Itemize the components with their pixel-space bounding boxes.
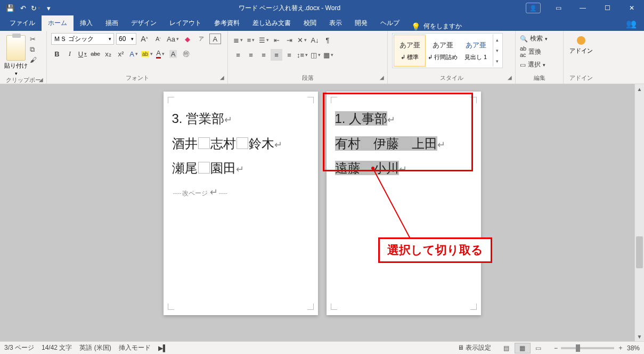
tab-help[interactable]: ヘルプ xyxy=(374,15,406,31)
tab-references[interactable]: 参考資料 xyxy=(208,15,246,31)
tell-me-search[interactable]: 💡 何をしますか xyxy=(411,22,462,31)
font-name-select[interactable]: ＭＳ ゴシック▾ xyxy=(51,33,114,45)
tab-design[interactable]: デザイン xyxy=(125,15,163,31)
underline-button[interactable]: U xyxy=(77,48,88,60)
paste-button[interactable]: 貼り付け ▾ xyxy=(4,33,28,76)
highlight-button[interactable]: ab xyxy=(141,48,153,60)
clipboard-launcher[interactable]: ◢ xyxy=(39,77,43,83)
distribute-button[interactable]: ≡ xyxy=(283,49,295,61)
account-icon[interactable]: 👤 xyxy=(526,3,541,13)
replace-button[interactable]: abac置換 xyxy=(520,45,548,58)
italic-button[interactable]: I xyxy=(64,48,76,60)
minimize-button[interactable]: ― xyxy=(570,0,595,16)
style-heading1[interactable]: あア亜 見出し 1 xyxy=(460,35,492,67)
save-icon[interactable]: 💾 xyxy=(5,3,15,13)
justify-button[interactable]: ≡ xyxy=(271,49,282,61)
enclose-char-button[interactable]: ㊕ xyxy=(180,48,192,60)
group-font: ＭＳ ゴシック▾ 60▾ A^ Aˇ Aa ◆ ア A B I U abc x₂… xyxy=(47,31,228,84)
tab-insert[interactable]: 挿入 xyxy=(74,15,99,31)
tab-home[interactable]: ホーム xyxy=(42,15,74,31)
superscript-button[interactable]: x² xyxy=(115,48,127,60)
sort-button[interactable]: A↓ xyxy=(309,34,321,46)
ribbon-options-icon[interactable]: ▭ xyxy=(546,0,570,16)
styles-more[interactable]: ▴▾▾ xyxy=(493,35,501,67)
decrease-indent-button[interactable]: ⇤ xyxy=(271,34,282,46)
print-layout-button[interactable]: ▦ xyxy=(515,343,531,353)
change-case-button[interactable]: Aa xyxy=(166,33,180,45)
show-marks-button[interactable]: ¶ xyxy=(322,34,333,46)
quick-access-toolbar: 💾 ↶ ↻ ▾ xyxy=(0,3,53,13)
zoom-slider[interactable] xyxy=(561,347,614,349)
align-right-button[interactable]: ≡ xyxy=(258,49,270,61)
display-settings[interactable]: 🖥 表示設定 xyxy=(458,343,491,352)
vertical-scrollbar[interactable]: ▲ ▼ xyxy=(634,84,644,341)
select-icon: ▭ xyxy=(520,61,526,69)
align-center-button[interactable]: ≡ xyxy=(245,49,257,61)
borders-button[interactable]: ▦ xyxy=(322,49,334,61)
select-button[interactable]: ▭選択▾ xyxy=(520,60,548,69)
grow-font-button[interactable]: A^ xyxy=(138,33,150,45)
copy-icon[interactable]: ⧉ xyxy=(30,45,37,54)
line-spacing-button[interactable]: ↕≡ xyxy=(296,49,308,61)
increase-indent-button[interactable]: ⇥ xyxy=(283,34,295,46)
language-indicator[interactable]: 英語 (米国) xyxy=(79,343,111,352)
close-button[interactable]: ✕ xyxy=(619,0,644,16)
subscript-button[interactable]: x₂ xyxy=(102,48,114,60)
align-left-button[interactable]: ≡ xyxy=(232,49,244,61)
read-mode-button[interactable]: ▤ xyxy=(499,343,515,353)
page-indicator[interactable]: 3/3 ページ xyxy=(4,343,34,352)
tab-draw[interactable]: 描画 xyxy=(99,15,125,31)
group-editing: 🔍検索▾ abac置換 ▭選択▾ 編集 xyxy=(516,31,564,84)
font-launcher[interactable]: ◢ xyxy=(220,75,224,80)
font-color-button[interactable]: A xyxy=(154,48,166,60)
maximize-button[interactable]: ☐ xyxy=(595,0,619,16)
tab-layout[interactable]: レイアウト xyxy=(163,15,208,31)
numbering-button[interactable]: ≡ xyxy=(245,34,257,46)
tab-file[interactable]: ファイル xyxy=(3,15,42,31)
font-size-select[interactable]: 60▾ xyxy=(116,33,136,45)
share-button[interactable]: 👥 xyxy=(618,17,644,31)
styles-gallery[interactable]: あア亜 ↲ 標準 あア亜 ↲ 行間詰め あア亜 見出し 1 ▴▾▾ xyxy=(392,33,503,68)
tab-mailings[interactable]: 差し込み文書 xyxy=(246,15,297,31)
zoom-level[interactable]: 38% xyxy=(627,344,640,352)
format-painter-icon[interactable]: 🖌 xyxy=(30,56,37,64)
shrink-font-button[interactable]: Aˇ xyxy=(152,33,164,45)
style-normal[interactable]: あア亜 ↲ 標準 xyxy=(394,35,426,67)
styles-launcher[interactable]: ◢ xyxy=(508,75,512,80)
zoom-out-button[interactable]: − xyxy=(554,344,558,352)
multilevel-button[interactable]: ☰ xyxy=(258,34,270,46)
word-count[interactable]: 14/42 文字 xyxy=(42,343,72,352)
tab-developer[interactable]: 開発 xyxy=(348,15,374,31)
tab-view[interactable]: 表示 xyxy=(323,15,348,31)
bullets-button[interactable]: ≣ xyxy=(232,34,244,46)
bold-button[interactable]: B xyxy=(51,48,63,60)
scroll-down-icon[interactable]: ▼ xyxy=(635,332,644,341)
insert-mode[interactable]: 挿入モード xyxy=(119,343,151,352)
cut-icon[interactable]: ✂ xyxy=(30,35,37,43)
zoom-control: − ＋ 38% xyxy=(554,343,640,352)
title-bar: 💾 ↶ ↻ ▾ ワード ページ入れ替え.docx - Word 👤 ▭ ― ☐ … xyxy=(0,0,644,16)
phonetic-guide-button[interactable]: ア xyxy=(195,33,207,45)
addin-button[interactable]: アドイン xyxy=(568,36,594,55)
text-effects-button[interactable]: A xyxy=(128,48,140,60)
web-layout-button[interactable]: ▭ xyxy=(531,343,547,353)
macro-icon[interactable]: ▶▌ xyxy=(158,344,168,352)
undo-icon[interactable]: ↶ xyxy=(18,3,28,13)
view-buttons: ▤ ▦ ▭ xyxy=(499,343,547,353)
zoom-in-button[interactable]: ＋ xyxy=(617,343,624,352)
scroll-up-icon[interactable]: ▲ xyxy=(635,84,644,94)
style-nospacing[interactable]: あア亜 ↲ 行間詰め xyxy=(427,35,459,67)
clear-format-button[interactable]: ◆ xyxy=(182,33,193,45)
paragraph-launcher[interactable]: ◢ xyxy=(380,75,384,80)
char-shading-button[interactable]: A xyxy=(167,48,179,60)
asian-layout-button[interactable]: ✕ xyxy=(296,34,308,46)
char-border-button[interactable]: A xyxy=(209,34,221,44)
qat-customize-icon[interactable]: ▾ xyxy=(44,3,53,13)
scroll-thumb[interactable] xyxy=(636,236,643,268)
page-left[interactable]: 3. 営業部 酒井志村鈴木 瀬尾園田 改ページ xyxy=(164,92,318,315)
shading-button[interactable]: ◫ xyxy=(309,49,321,61)
tab-review[interactable]: 校閲 xyxy=(297,15,323,31)
redo-icon[interactable]: ↻ xyxy=(31,3,40,13)
strike-button[interactable]: abc xyxy=(89,48,101,60)
find-button[interactable]: 🔍検索▾ xyxy=(520,34,548,43)
